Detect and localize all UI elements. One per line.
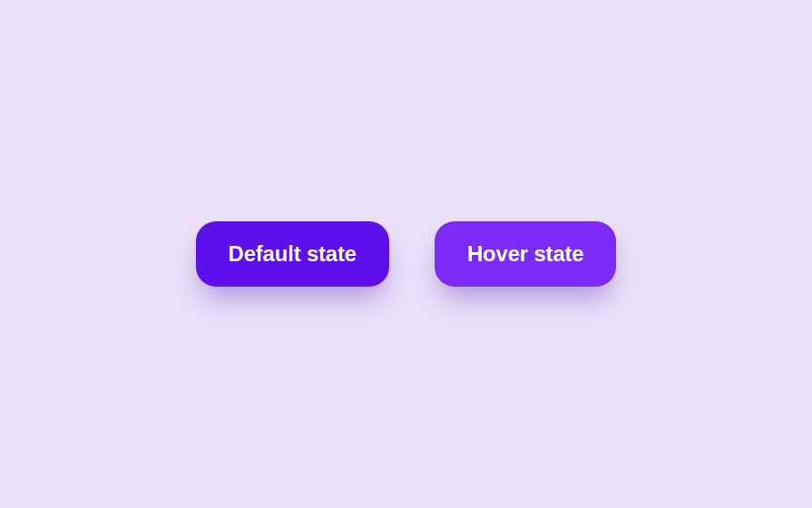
hover-state-button[interactable]: Hover state (435, 221, 617, 287)
default-state-button[interactable]: Default state (196, 221, 389, 287)
